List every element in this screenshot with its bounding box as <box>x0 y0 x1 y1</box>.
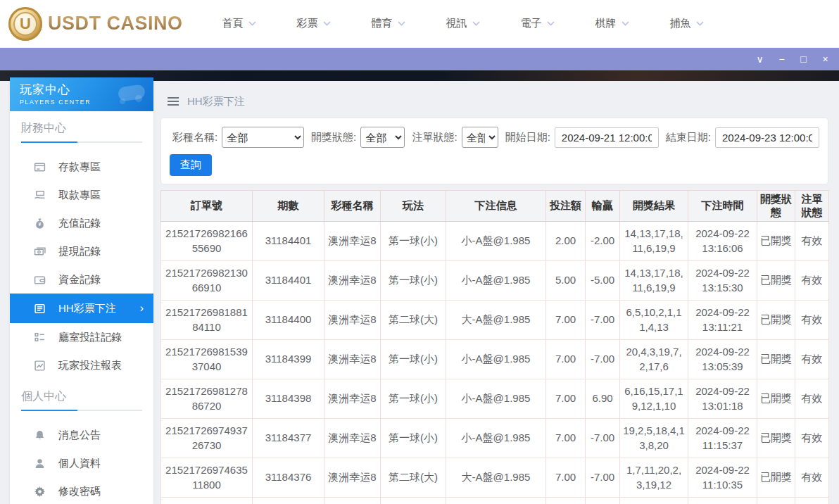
table-row: 215217269818818411031184400澳洲幸运8第二球(大)大-… <box>161 301 829 340</box>
minimize-button[interactable]: − <box>771 48 793 70</box>
topnav-item[interactable]: 體育 <box>372 17 405 30</box>
table-cell: 7.00 <box>546 340 586 379</box>
sidebar-item[interactable]: 修改密碼 <box>10 477 153 504</box>
topnav-item[interactable]: 棋牌 <box>595 17 629 30</box>
sidebar-item[interactable]: HH彩票下注› <box>10 294 153 323</box>
column-header: 投注額 <box>546 191 586 222</box>
topnav-item-label: 首頁 <box>222 17 244 30</box>
table-body: 215217269821665569031184401澳洲幸运8第一球(小)小-… <box>161 222 829 504</box>
table-cell: 2152172697463511800 <box>161 458 253 498</box>
column-header: 下注信息 <box>446 191 546 222</box>
search-button[interactable]: 查詢 <box>170 154 212 176</box>
table-cell: 31184376 <box>253 458 324 498</box>
maximize-button[interactable]: □ <box>793 48 814 70</box>
table-cell: 2152172698188184110 <box>161 301 253 340</box>
cash-notes-icon <box>34 246 46 258</box>
usdt-coin-icon: U <box>8 7 42 41</box>
bell-icon <box>34 429 46 441</box>
table-cell: 第二球(大) <box>381 458 446 498</box>
lottery-select[interactable]: 全部 <box>222 127 304 148</box>
column-header: 開獎結果 <box>620 191 688 222</box>
table-cell: 2024-09-22 13:11:21 <box>688 301 757 340</box>
topnav-item[interactable]: 電子 <box>521 17 555 30</box>
table-cell: 大-A盤@1.985 <box>446 458 546 498</box>
sidebar-item[interactable]: 玩家投注報表 <box>10 351 153 379</box>
table-cell: 第一球(小) <box>381 419 446 458</box>
withdraw-hand-icon <box>34 189 46 201</box>
sidebar-item-label: 玩家投注報表 <box>58 359 122 372</box>
topnav-item[interactable]: 視訊 <box>446 17 480 30</box>
table-cell: 14,13,17,18,11,6,19,9 <box>620 261 688 301</box>
table-cell: 有效 <box>795 301 829 340</box>
topnav-item[interactable]: 彩票 <box>297 17 331 30</box>
table-cell: 已開獎 <box>757 419 795 458</box>
table-cell: 2.00 <box>546 222 586 261</box>
sidebar-item[interactable]: 個人資料 <box>10 449 153 477</box>
user-icon <box>34 458 46 470</box>
table-cell: 7.00 <box>546 419 586 458</box>
draw-status-select[interactable]: 全部 <box>360 127 405 148</box>
table-cell: 2024-09-22 13:16:06 <box>688 222 757 261</box>
table-cell: 小-A盤@1.985 <box>446 261 546 301</box>
sidebar-item-label: 消息公告 <box>58 429 101 442</box>
end-date-input[interactable] <box>715 127 819 148</box>
filter-label: 彩種名稱: <box>172 131 217 144</box>
table-cell: 有效 <box>795 222 829 261</box>
topnav-item[interactable]: 首頁 <box>222 17 256 30</box>
table-cell: 2024-09-22 13:05:39 <box>688 340 757 379</box>
bets-table: 訂單號期數彩種名稱玩法下注信息投注額輸贏開獎結果下注時間開獎狀態注單狀態 215… <box>160 190 829 504</box>
table-cell: 已開獎 <box>757 301 795 340</box>
table-cell: 6,16,15,17,19,12,1,10 <box>620 379 688 419</box>
table-cell: 6,5,10,2,1,11,4,13 <box>620 301 688 340</box>
table-cell: 小-A盤@1.985 <box>446 340 546 379</box>
table-cell: 有效 <box>795 261 829 301</box>
start-date-input[interactable] <box>555 127 659 148</box>
table-cell: 2152172698213066910 <box>161 261 253 301</box>
table-cell: -7.00 <box>586 301 620 340</box>
sidebar-item[interactable]: 資金記錄 <box>10 265 153 294</box>
table-row: 215217269821306691031184401澳洲幸运8第一球(小)小-… <box>161 261 829 301</box>
usdt-casino-logo[interactable]: U USDT CASINO <box>8 7 183 41</box>
sidebar-item[interactable]: 提現記錄 <box>10 237 153 265</box>
gamepad-icon <box>115 82 148 108</box>
column-header: 開獎狀態 <box>757 191 795 222</box>
table-row: 215217269821665569031184401澳洲幸运8第一球(小)小-… <box>161 222 829 261</box>
sidebar-item[interactable]: 廳室投註記錄 <box>10 323 153 351</box>
table-cell: -7.00 <box>586 340 620 379</box>
sidebar-section-title: 財務中心 <box>10 121 153 141</box>
table-cell: 31184400 <box>253 301 324 340</box>
table-cell <box>253 498 324 504</box>
collapse-chevron-button[interactable]: ∨ <box>749 48 771 70</box>
sidebar-item[interactable]: 消息公告 <box>10 421 153 449</box>
topnav-item-label: 電子 <box>521 17 542 30</box>
chevron-down-icon <box>547 21 555 26</box>
close-button[interactable]: × <box>814 48 836 70</box>
table-cell: 20,4,3,19,7,2,17,6 <box>620 340 688 379</box>
topnav-item-label: 捕魚 <box>670 17 691 30</box>
gear-icon <box>34 486 46 498</box>
table-cell <box>795 498 829 504</box>
table-cell: 澳洲幸运8 <box>324 419 381 458</box>
table-cell: 2024-09-22 11:10:35 <box>688 458 757 498</box>
sidebar-item-label: 存款專區 <box>58 160 101 174</box>
sidebar-item[interactable]: 存款專區 <box>10 153 153 181</box>
table-cell: -2.00 <box>586 222 620 261</box>
menu-icon[interactable] <box>168 97 179 106</box>
topnav-item-label: 彩票 <box>297 17 318 30</box>
topnav-item[interactable]: 捕魚 <box>670 17 704 30</box>
sidebar-section-title: 個人中心 <box>10 389 153 410</box>
room-records-icon <box>34 332 46 344</box>
sidebar-item[interactable]: ¥充值記錄 <box>10 209 153 237</box>
table-cell <box>161 498 253 504</box>
column-header: 訂單號 <box>161 191 253 222</box>
section-divider <box>21 410 142 411</box>
sidebar-item[interactable]: 取款專區 <box>10 181 153 209</box>
table-cell: 已開獎 <box>757 458 795 498</box>
order-status-select[interactable]: 全部 <box>462 127 498 148</box>
filter-panel: 彩種名稱:全部開獎狀態:全部注單狀態:全部開始日期:結束日期: 查詢 <box>160 118 828 184</box>
table-cell: 2152172698127886720 <box>161 379 253 419</box>
table-cell: 已開獎 <box>757 222 795 261</box>
table-cell: 14,13,17,18,11,6,19,9 <box>620 222 688 261</box>
topnav: 首頁彩票體育視訊電子棋牌捕魚 <box>222 17 704 30</box>
table-cell: 第一球(小) <box>381 379 446 419</box>
